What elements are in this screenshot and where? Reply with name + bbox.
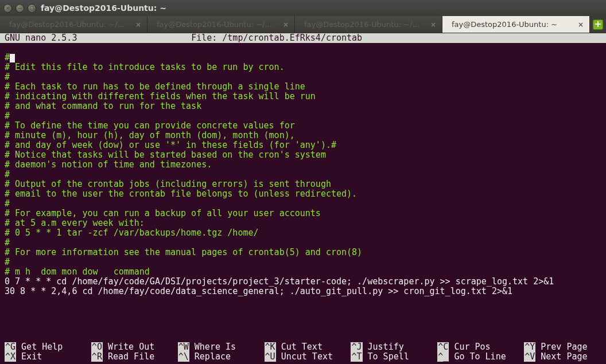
tab-label: fay@Destop2016-Ubuntu: ~/... <box>9 20 131 29</box>
nano-body: # # Edit this file to introduce tasks to… <box>0 43 606 296</box>
shortcut-write-out[interactable]: ^O Write Out <box>87 342 173 352</box>
plus-icon: + <box>593 19 603 30</box>
shortcut-cur-pos[interactable]: ^C Cur Pos <box>433 342 519 352</box>
editor-line: # To define the time you can provide con… <box>5 120 295 131</box>
shortcut-read-file[interactable]: ^R Read File <box>87 352 173 362</box>
editor-line: # and what command to run for the task <box>5 101 201 111</box>
editor-line: # at 5 a.m every week with: <box>5 218 145 228</box>
window-titlebar: × − ▢ fay@Destop2016-Ubuntu: ~ <box>0 0 606 16</box>
shortcut-label: Get Help <box>21 342 63 352</box>
editor-line: # email to the user the crontab file bel… <box>5 189 357 199</box>
shortcut-where-is[interactable]: ^W Where Is <box>173 342 260 352</box>
editor-line: # <box>5 237 10 248</box>
editor-line: # For example, you can run a backup of a… <box>5 208 321 218</box>
nano-header: GNU nano 2.5.3 File: /tmp/crontab.EfRks4… <box>0 33 606 43</box>
shortcut-key: ^K <box>265 342 276 352</box>
nano-version: GNU nano 2.5.3 <box>5 33 77 43</box>
shortcut-key: ^J <box>351 342 362 352</box>
close-icon[interactable]: × <box>3 4 12 13</box>
window-title: fay@Destop2016-Ubuntu: ~ <box>41 3 166 13</box>
shortcut-label: Read File <box>108 352 154 362</box>
tab-label: fay@Destop2016-Ubuntu: ~ <box>452 20 573 29</box>
cursor <box>10 54 15 62</box>
shortcut-label: Cut Text <box>281 342 323 352</box>
close-icon[interactable]: × <box>577 21 585 29</box>
editor-line: # Each task to run has to be defined thr… <box>5 81 305 92</box>
shortcut-label: Exit <box>21 352 42 362</box>
editor-line: # For more information see the manual pa… <box>5 247 362 257</box>
editor-line: # <box>5 72 10 82</box>
tab-2[interactable]: fay@Destop2016-Ubuntu: ~/... × <box>147 16 295 33</box>
shortcut-row-1: ^G Get Help ^O Write Out ^W Where Is ^K … <box>0 342 606 352</box>
editor-line: # 0 5 * * 1 tar -zcf /var/backups/home.t… <box>5 228 259 238</box>
shortcut-key: ^T <box>351 352 362 362</box>
editor-line: # Notice that tasks will be started base… <box>5 150 326 160</box>
shortcut-key: ^_ <box>437 352 449 362</box>
shortcut-key: ^U <box>265 352 276 362</box>
shortcut-label: Prev Page <box>541 342 587 352</box>
editor-line: # <box>5 198 10 209</box>
editor-line: # <box>5 169 10 179</box>
shortcut-key: ^\ <box>178 352 189 362</box>
editor-line: # daemon's notion of time and timezones. <box>5 159 212 170</box>
shortcut-label: Uncut Text <box>281 352 333 362</box>
maximize-icon[interactable]: ▢ <box>28 4 36 13</box>
nano-footer: ^G Get Help ^O Write Out ^W Where Is ^K … <box>0 342 606 364</box>
shortcut-next-page[interactable]: ^V Next Page <box>519 352 606 362</box>
shortcut-label: Justify <box>368 342 404 352</box>
editor-line: 30 8 * * 2,4,6 cd /home/fay/code/data_sc… <box>5 286 512 296</box>
shortcut-key: ^C <box>437 342 449 352</box>
editor-line: # m h dom mon dow command <box>5 267 150 277</box>
nano-filename: /tmp/crontab.EfRks4/crontab <box>222 33 362 43</box>
tab-1[interactable]: fay@Destop2016-Ubuntu: ~/... × <box>0 16 147 33</box>
shortcut-label: To Spell <box>368 352 409 362</box>
shortcut-key: ^W <box>178 342 189 352</box>
new-tab-button[interactable]: + <box>590 16 606 33</box>
shortcut-to-spell[interactable]: ^T To Spell <box>346 352 433 362</box>
shortcut-key: ^X <box>5 352 16 362</box>
editor-line: # <box>5 111 10 121</box>
tab-label: fay@Destop2016-Ubuntu: ~/... <box>157 20 278 29</box>
shortcut-label: Cur Pos <box>454 342 490 352</box>
nano-file-label: File: <box>191 33 217 43</box>
shortcut-key: ^O <box>91 342 103 352</box>
shortcut-justify[interactable]: ^J Justify <box>346 342 433 352</box>
editor-line: # <box>5 257 10 267</box>
shortcut-key: ^R <box>91 352 103 362</box>
shortcut-label: Replace <box>195 352 231 362</box>
shortcut-replace[interactable]: ^\ Replace <box>173 352 260 362</box>
shortcut-uncut-text[interactable]: ^U Uncut Text <box>260 352 347 362</box>
editor-line: # Output of the crontab jobs (including … <box>5 179 331 189</box>
tab-4[interactable]: fay@Destop2016-Ubuntu: ~ × <box>442 16 590 33</box>
shortcut-cut-text[interactable]: ^K Cut Text <box>260 342 347 352</box>
tab-3[interactable]: fay@Destop2016-Ubuntu: ~/... × <box>295 16 442 33</box>
tab-bar: fay@Destop2016-Ubuntu: ~/... × fay@Desto… <box>0 16 606 33</box>
shortcut-row-2: ^X Exit ^R Read File ^\ Replace ^U Uncut… <box>0 352 606 362</box>
shortcut-key: ^V <box>524 352 535 362</box>
close-icon[interactable]: × <box>134 21 142 29</box>
editor-line: # and day of week (dow) or use '*' in th… <box>5 140 336 150</box>
minimize-icon[interactable]: − <box>15 4 24 13</box>
terminal[interactable]: GNU nano 2.5.3 File: /tmp/crontab.EfRks4… <box>0 33 606 364</box>
shortcut-key: ^Y <box>524 342 535 352</box>
shortcut-label: Next Page <box>541 352 587 362</box>
editor-line: # indicating with different fields when … <box>5 91 316 101</box>
editor-line: 0 7 * * * cd /home/fay/code/GA/DSI/proje… <box>5 276 554 287</box>
close-icon[interactable]: × <box>282 21 290 29</box>
editor-line: # <box>5 52 10 62</box>
shortcut-get-help[interactable]: ^G Get Help <box>0 342 87 352</box>
shortcut-label: Write Out <box>108 342 154 352</box>
shortcut-exit[interactable]: ^X Exit <box>0 352 87 362</box>
editor-line: # minute (m), hour (h), day of month (do… <box>5 130 295 140</box>
close-icon[interactable]: × <box>429 21 437 29</box>
shortcut-key: ^G <box>5 342 16 352</box>
shortcut-label: Where Is <box>195 342 236 352</box>
shortcut-label: Go To Line <box>454 352 506 362</box>
shortcut-go-to-line[interactable]: ^_ Go To Line <box>433 352 519 362</box>
shortcut-prev-page[interactable]: ^Y Prev Page <box>519 342 606 352</box>
editor-line: # Edit this file to introduce tasks to b… <box>5 62 285 72</box>
window-buttons: × − ▢ <box>3 4 36 13</box>
tab-label: fay@Destop2016-Ubuntu: ~/... <box>304 20 426 29</box>
